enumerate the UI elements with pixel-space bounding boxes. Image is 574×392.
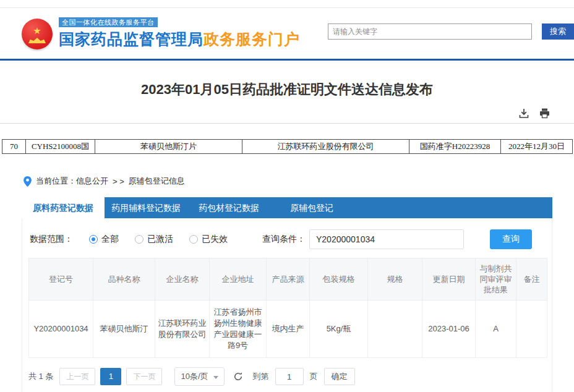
table-row: Y20200001034 苯磺贝他斯汀 江苏联环药业股份有限公司 江苏省扬州市扬… [29, 300, 547, 358]
radio-unselected-icon[interactable] [189, 235, 198, 244]
national-emblem-logo: ★ [22, 19, 53, 49]
radio-option-expired[interactable]: 已失效 [189, 234, 228, 245]
emblem-star-icon: ★ [33, 26, 41, 35]
cell-spec [368, 300, 422, 358]
approval-notice-table: 70 CYHS2100008国 苯磺贝他斯汀片 江苏联环药业股份有限公司 国药准… [2, 139, 573, 154]
title-divider [0, 123, 574, 124]
breadcrumb: 当前位置：信息公开 > > 原辅包登记信息 [24, 176, 574, 187]
radio-label-active: 已激活 [147, 234, 173, 245]
approval-index: 70 [2, 140, 26, 154]
confirm-button[interactable]: 确定 [324, 368, 355, 385]
radio-option-all[interactable]: 全部 [89, 234, 119, 245]
tab-packaging-material-data[interactable]: 药包材登记数据 [187, 197, 270, 218]
scope-label: 数据范围： [30, 234, 73, 245]
document-actions [0, 108, 574, 119]
col-product-source: 产品来源 [267, 258, 310, 300]
site-name: 国家药品监督管理局 [59, 30, 203, 48]
portal-name: 政务服务门户 [203, 30, 300, 48]
filter-row: 数据范围： 全部 已激活 已失效 查询条件： 查询 [28, 227, 546, 258]
cell-remark [516, 300, 547, 358]
panel-body: 数据范围： 全部 已激活 已失效 查询条件： 查询 [22, 218, 552, 392]
query-button[interactable]: 查询 [490, 229, 532, 249]
approval-date: 2022年12月30日 [501, 140, 573, 154]
tab-excipient-data[interactable]: 药用辅料登记数据 [105, 197, 187, 218]
radio-label-all: 全部 [101, 234, 119, 245]
col-registration-no: 登记号 [29, 258, 93, 300]
col-company-address: 企业地址 [210, 258, 267, 300]
jump-page-input[interactable] [275, 368, 304, 385]
radio-unselected-icon[interactable] [135, 235, 144, 244]
approval-drug-name: 苯磺贝他斯汀片 [95, 140, 242, 154]
approval-acceptance-no: CYHS2100008国 [26, 140, 95, 154]
platform-badge: 全国一体化在线政务服务平台 [59, 17, 158, 27]
tab-raw-material-data[interactable]: 原料药登记数据 [22, 197, 105, 218]
col-variety-name: 品种名称 [93, 258, 155, 300]
col-remark: 备注 [516, 258, 547, 300]
tab-apie-registration[interactable]: 原辅包登记 [270, 197, 353, 218]
approval-license-no: 国药准字H20223928 [409, 140, 501, 154]
location-pin-icon [24, 176, 32, 187]
condition-input[interactable] [309, 229, 464, 249]
next-page-button[interactable]: 下一页 [126, 368, 162, 385]
approval-row: 70 CYHS2100008国 苯磺贝他斯汀片 江苏联环药业股份有限公司 国药准… [2, 140, 573, 154]
breadcrumb-prefix: 当前位置：信息公开 [36, 176, 108, 187]
col-company-name: 企业名称 [155, 258, 210, 300]
jump-unit: 页 [310, 371, 318, 382]
col-package-spec: 包装规格 [310, 258, 368, 300]
cell-update-date: 2023-01-06 [422, 300, 476, 358]
print-icon[interactable] [539, 108, 550, 119]
page-root: ★ 全国一体化在线政务服务平台 国家药品监督管理局政务服务门户 搜索 2023年… [0, 0, 574, 392]
col-update-date: 更新日期 [422, 258, 476, 300]
col-joint-review-result: 与制剂共同审评审批结果 [476, 258, 516, 300]
breadcrumb-current[interactable]: 原辅包登记信息 [129, 176, 185, 187]
registry-panel: 原料药登记数据 药用辅料登记数据 药包材登记数据 原辅包登记 数据范围： 全部 … [22, 197, 552, 392]
pagination: 共 1 条 上一页 1 下一页 10条/页 到第 页 确定 [28, 367, 546, 386]
search-input[interactable] [328, 23, 532, 40]
page-title: 2023年01月05日药品批准证明文件送达信息发布 [0, 80, 574, 99]
page-size-select[interactable]: 10条/页 [174, 367, 224, 386]
page-size-value: 10条/页 [181, 371, 208, 382]
cell-joint-review-result: A [476, 300, 516, 358]
col-spec: 规格 [368, 258, 422, 300]
refresh-icon[interactable] [233, 372, 243, 381]
cell-variety-name: 苯磺贝他斯汀 [93, 300, 155, 358]
radio-selected-icon[interactable] [89, 235, 98, 244]
brand-block: 全国一体化在线政务服务平台 国家药品监督管理局政务服务门户 [59, 16, 300, 49]
header-divider [0, 59, 574, 61]
page-number-button[interactable]: 1 [100, 368, 121, 385]
top-divider [0, 0, 574, 8]
radio-label-expired: 已失效 [202, 234, 228, 245]
cell-registration-no: Y20200001034 [29, 300, 93, 358]
header-search: 搜索 [328, 23, 574, 40]
chevron-down-icon [213, 376, 218, 379]
table-header-row: 登记号 品种名称 企业名称 企业地址 产品来源 包装规格 规格 更新日期 与制剂… [29, 258, 547, 300]
registry-data-table: 登记号 品种名称 企业名称 企业地址 产品来源 包装规格 规格 更新日期 与制剂… [28, 258, 547, 358]
approval-company: 江苏联环药业股份有限公司 [242, 140, 409, 154]
cell-company-name: 江苏联环药业股份有限公司 [155, 300, 210, 358]
site-title: 国家药品监督管理局政务服务门户 [59, 29, 300, 49]
pagination-total: 共 1 条 [28, 371, 53, 382]
search-button[interactable]: 搜索 [542, 23, 574, 40]
registry-tabbar: 原料药登记数据 药用辅料登记数据 药包材登记数据 原辅包登记 [22, 197, 552, 218]
cell-product-source: 境内生产 [267, 300, 310, 358]
site-header: ★ 全国一体化在线政务服务平台 国家药品监督管理局政务服务门户 搜索 [0, 8, 574, 59]
prev-page-button[interactable]: 上一页 [59, 368, 95, 385]
breadcrumb-separator: > > [113, 177, 124, 186]
jump-label: 到第 [253, 371, 269, 382]
cell-package-spec: 5Kg/瓶 [310, 300, 368, 358]
radio-option-active[interactable]: 已激活 [135, 234, 173, 245]
download-icon[interactable] [518, 108, 529, 119]
condition-label: 查询条件： [262, 234, 306, 245]
cell-company-address: 江苏省扬州市扬州生物健康产业园健康一路9号 [210, 300, 267, 358]
